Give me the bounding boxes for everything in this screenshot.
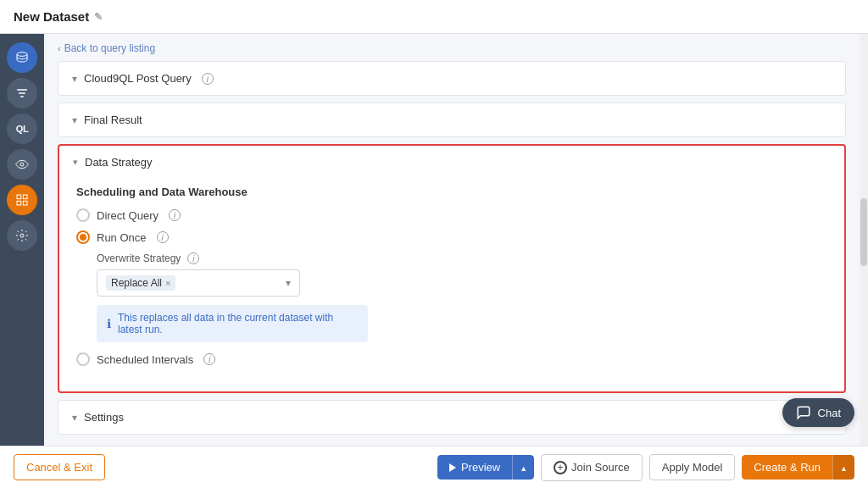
final-result-header[interactable]: Final Result xyxy=(58,103,845,136)
sidebar-item-gear[interactable] xyxy=(7,220,37,251)
svg-rect-2 xyxy=(17,195,21,199)
run-once-label: Run Once xyxy=(97,231,147,244)
direct-query-option[interactable]: Direct Query i xyxy=(76,208,827,222)
apply-model-button[interactable]: Apply Model xyxy=(649,454,736,480)
sidebar-item-database[interactable] xyxy=(7,42,37,73)
direct-query-radio[interactable] xyxy=(76,208,90,222)
chat-icon xyxy=(796,405,811,420)
run-once-option[interactable]: Run Once i xyxy=(76,230,827,244)
breadcrumb-label: Back to query listing xyxy=(64,42,155,54)
overwrite-label: Overwrite Strategy i xyxy=(97,252,827,264)
overwrite-label-text: Overwrite Strategy xyxy=(97,252,181,264)
scrollbar-thumb xyxy=(860,198,867,266)
data-strategy-body: Scheduling and Data Warehouse Direct Que… xyxy=(59,179,844,391)
breadcrumb-arrow: ‹ xyxy=(58,43,61,53)
preview-split-button[interactable] xyxy=(512,455,534,480)
settings-panel: Settings xyxy=(58,400,846,435)
sidebar-item-filter[interactable] xyxy=(7,78,37,108)
data-strategy-chevron: ▾ xyxy=(73,157,78,168)
overwrite-remove-icon[interactable]: × xyxy=(165,278,170,288)
svg-rect-4 xyxy=(17,201,21,205)
breadcrumb[interactable]: ‹ Back to query listing xyxy=(58,42,846,54)
create-run-split-button[interactable] xyxy=(832,455,854,480)
direct-query-help-icon[interactable]: i xyxy=(169,209,181,221)
scrollbar[interactable] xyxy=(860,34,868,446)
svg-rect-5 xyxy=(23,201,27,205)
final-result-chevron xyxy=(72,114,77,126)
edit-title-icon[interactable]: ✎ xyxy=(94,11,103,23)
preview-label: Preview xyxy=(461,461,500,474)
footer: Cancel & Exit Preview + Join Source Appl… xyxy=(0,446,868,488)
main-layout: QL ‹ Back to query listing Cloud9QL Post… xyxy=(0,34,868,446)
create-run-chevron-up xyxy=(840,461,848,474)
overwrite-help-icon[interactable]: i xyxy=(187,252,199,264)
overwrite-section: Overwrite Strategy i Replace All × ℹ xyxy=(97,252,827,342)
sidebar: QL xyxy=(0,34,44,446)
cloud9ql-title: Cloud9QL Post Query xyxy=(84,72,192,85)
content-area: ‹ Back to query listing Cloud9QL Post Qu… xyxy=(44,34,860,446)
svg-point-6 xyxy=(20,234,24,237)
scheduled-intervals-radio[interactable] xyxy=(76,352,90,366)
preview-button[interactable]: Preview xyxy=(437,455,512,480)
info-box-wrapper: ℹ This replaces all data in the current … xyxy=(97,305,827,342)
scheduled-intervals-option[interactable]: Scheduled Intervals i xyxy=(76,352,827,366)
run-once-help-icon[interactable]: i xyxy=(157,231,169,243)
create-run-btn-group: Create & Run xyxy=(742,455,854,480)
preview-btn-group: Preview xyxy=(437,455,534,480)
scheduling-title: Scheduling and Data Warehouse xyxy=(76,186,827,198)
sidebar-item-eye[interactable] xyxy=(7,149,37,180)
overwrite-strategy-select[interactable]: Replace All × xyxy=(97,269,300,297)
scheduled-intervals-help-icon[interactable]: i xyxy=(203,353,215,365)
data-strategy-panel: ▾ Data Strategy Scheduling and Data Ware… xyxy=(58,144,846,393)
sidebar-item-ql[interactable]: QL xyxy=(7,114,37,144)
create-run-button[interactable]: Create & Run xyxy=(742,455,832,480)
settings-header[interactable]: Settings xyxy=(58,401,845,434)
cloud9ql-panel: Cloud9QL Post Query i xyxy=(58,61,846,96)
cancel-exit-button[interactable]: Cancel & Exit xyxy=(14,454,105,480)
direct-query-label: Direct Query xyxy=(97,209,159,222)
title-text: New Dataset xyxy=(14,9,89,24)
info-box: ℹ This replaces all data in the current … xyxy=(97,305,368,342)
preview-chevron-up xyxy=(520,461,527,474)
data-strategy-title: Data Strategy xyxy=(85,156,153,169)
run-once-radio[interactable] xyxy=(76,230,90,244)
svg-rect-3 xyxy=(23,195,27,199)
scheduled-intervals-label: Scheduled Intervals xyxy=(97,353,193,366)
join-source-plus-icon: + xyxy=(554,461,567,474)
svg-point-1 xyxy=(20,163,24,166)
final-result-panel: Final Result xyxy=(58,103,846,137)
overwrite-select-chevron xyxy=(286,277,291,289)
svg-point-0 xyxy=(17,53,27,57)
join-source-label: Join Source xyxy=(571,461,630,474)
overwrite-selected-value: Replace All xyxy=(111,277,162,289)
sidebar-item-grid[interactable] xyxy=(7,185,37,215)
join-source-button[interactable]: + Join Source xyxy=(541,454,643,481)
cloud9ql-chevron xyxy=(72,73,77,85)
settings-title: Settings xyxy=(84,411,124,424)
cloud9ql-help-icon[interactable]: i xyxy=(202,73,214,85)
preview-play-icon xyxy=(449,463,456,472)
cloud9ql-header[interactable]: Cloud9QL Post Query i xyxy=(58,62,845,95)
settings-chevron xyxy=(72,412,77,424)
info-circle-icon: ℹ xyxy=(107,317,111,330)
data-strategy-header[interactable]: ▾ Data Strategy xyxy=(59,146,844,179)
page-title: New Dataset ✎ xyxy=(14,9,103,24)
chat-label: Chat xyxy=(818,407,841,419)
info-message: This replaces all data in the current da… xyxy=(118,312,358,336)
page-header: New Dataset ✎ xyxy=(0,0,868,34)
final-result-title: Final Result xyxy=(84,114,142,126)
chat-button[interactable]: Chat xyxy=(782,398,854,427)
overwrite-selected-tag: Replace All × xyxy=(106,275,175,291)
